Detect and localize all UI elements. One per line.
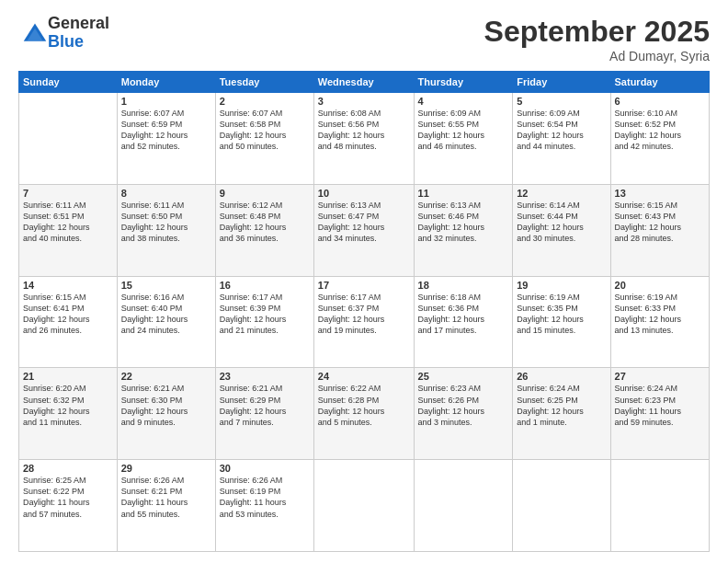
logo-general-text: General: [48, 15, 109, 33]
col-saturday: Saturday: [610, 72, 709, 93]
calendar-cell-4-5: [513, 460, 610, 552]
day-number: 15: [121, 280, 211, 291]
day-number: 13: [615, 188, 705, 199]
day-number: 5: [517, 96, 606, 107]
day-info: Sunrise: 6:19 AM Sunset: 6:33 PM Dayligh…: [615, 292, 705, 337]
calendar-week-5: 28Sunrise: 6:25 AM Sunset: 6:22 PM Dayli…: [19, 460, 710, 552]
header: General Blue September 2025 Ad Dumayr, S…: [18, 15, 710, 63]
day-number: 7: [23, 188, 113, 199]
day-number: 27: [615, 371, 705, 382]
day-number: 21: [23, 371, 113, 382]
calendar-week-3: 14Sunrise: 6:15 AM Sunset: 6:41 PM Dayli…: [19, 276, 710, 368]
day-info: Sunrise: 6:24 AM Sunset: 6:25 PM Dayligh…: [517, 383, 606, 428]
calendar-cell-3-1: 22Sunrise: 6:21 AM Sunset: 6:30 PM Dayli…: [117, 368, 215, 460]
calendar-cell-3-6: 27Sunrise: 6:24 AM Sunset: 6:23 PM Dayli…: [610, 368, 709, 460]
calendar-table: Sunday Monday Tuesday Wednesday Thursday…: [18, 71, 710, 552]
day-info: Sunrise: 6:21 AM Sunset: 6:29 PM Dayligh…: [220, 383, 310, 428]
day-number: 6: [615, 96, 705, 107]
day-info: Sunrise: 6:12 AM Sunset: 6:48 PM Dayligh…: [220, 200, 310, 245]
calendar-cell-0-1: 1Sunrise: 6:07 AM Sunset: 6:59 PM Daylig…: [117, 93, 215, 185]
day-info: Sunrise: 6:09 AM Sunset: 6:54 PM Dayligh…: [517, 108, 606, 153]
calendar-cell-4-6: [610, 460, 709, 552]
calendar-cell-4-3: [313, 460, 414, 552]
day-info: Sunrise: 6:07 AM Sunset: 6:58 PM Dayligh…: [220, 108, 310, 153]
calendar-cell-2-3: 17Sunrise: 6:17 AM Sunset: 6:37 PM Dayli…: [313, 276, 414, 368]
day-number: 22: [121, 371, 211, 382]
calendar-cell-4-4: [414, 460, 513, 552]
title-block: September 2025 Ad Dumayr, Syria: [484, 15, 710, 63]
day-info: Sunrise: 6:07 AM Sunset: 6:59 PM Dayligh…: [121, 108, 211, 153]
day-info: Sunrise: 6:23 AM Sunset: 6:26 PM Dayligh…: [418, 383, 509, 428]
day-number: 16: [220, 280, 310, 291]
day-info: Sunrise: 6:08 AM Sunset: 6:56 PM Dayligh…: [318, 108, 410, 153]
day-number: 25: [418, 371, 509, 382]
month-title: September 2025: [484, 15, 710, 49]
calendar-cell-2-6: 20Sunrise: 6:19 AM Sunset: 6:33 PM Dayli…: [610, 276, 709, 368]
day-number: 10: [318, 188, 410, 199]
calendar-cell-3-4: 25Sunrise: 6:23 AM Sunset: 6:26 PM Dayli…: [414, 368, 513, 460]
calendar-cell-0-4: 4Sunrise: 6:09 AM Sunset: 6:55 PM Daylig…: [414, 93, 513, 185]
day-info: Sunrise: 6:21 AM Sunset: 6:30 PM Dayligh…: [121, 383, 211, 428]
calendar-cell-0-3: 3Sunrise: 6:08 AM Sunset: 6:56 PM Daylig…: [313, 93, 414, 185]
day-number: 8: [121, 188, 211, 199]
day-info: Sunrise: 6:19 AM Sunset: 6:35 PM Dayligh…: [517, 292, 606, 337]
day-number: 11: [418, 188, 509, 199]
calendar-cell-4-0: 28Sunrise: 6:25 AM Sunset: 6:22 PM Dayli…: [19, 460, 118, 552]
calendar-cell-2-4: 18Sunrise: 6:18 AM Sunset: 6:36 PM Dayli…: [414, 276, 513, 368]
day-info: Sunrise: 6:09 AM Sunset: 6:55 PM Dayligh…: [418, 108, 509, 153]
col-thursday: Thursday: [414, 72, 513, 93]
calendar-cell-3-3: 24Sunrise: 6:22 AM Sunset: 6:28 PM Dayli…: [313, 368, 414, 460]
day-number: 30: [220, 463, 310, 474]
day-number: 9: [220, 188, 310, 199]
day-number: 12: [517, 188, 606, 199]
day-info: Sunrise: 6:10 AM Sunset: 6:52 PM Dayligh…: [615, 108, 705, 153]
day-info: Sunrise: 6:22 AM Sunset: 6:28 PM Dayligh…: [318, 383, 410, 428]
day-number: 20: [615, 280, 705, 291]
day-info: Sunrise: 6:20 AM Sunset: 6:32 PM Dayligh…: [23, 383, 113, 428]
calendar-cell-1-2: 9Sunrise: 6:12 AM Sunset: 6:48 PM Daylig…: [215, 184, 313, 276]
day-number: 24: [318, 371, 410, 382]
col-monday: Monday: [117, 72, 215, 93]
day-number: 29: [121, 463, 211, 474]
day-number: 19: [517, 280, 606, 291]
day-number: 17: [318, 280, 410, 291]
col-sunday: Sunday: [19, 72, 118, 93]
day-number: 4: [418, 96, 509, 107]
logo-icon: [22, 20, 48, 46]
day-number: 1: [121, 96, 211, 107]
col-friday: Friday: [513, 72, 610, 93]
day-info: Sunrise: 6:14 AM Sunset: 6:44 PM Dayligh…: [517, 200, 606, 245]
calendar-cell-0-6: 6Sunrise: 6:10 AM Sunset: 6:52 PM Daylig…: [610, 93, 709, 185]
calendar-cell-1-1: 8Sunrise: 6:11 AM Sunset: 6:50 PM Daylig…: [117, 184, 215, 276]
calendar-cell-4-1: 29Sunrise: 6:26 AM Sunset: 6:21 PM Dayli…: [117, 460, 215, 552]
day-number: 26: [517, 371, 606, 382]
day-number: 23: [220, 371, 310, 382]
calendar-week-1: 1Sunrise: 6:07 AM Sunset: 6:59 PM Daylig…: [19, 93, 710, 185]
calendar-cell-2-0: 14Sunrise: 6:15 AM Sunset: 6:41 PM Dayli…: [19, 276, 118, 368]
calendar-cell-3-5: 26Sunrise: 6:24 AM Sunset: 6:25 PM Dayli…: [513, 368, 610, 460]
day-number: 28: [23, 463, 113, 474]
calendar-week-2: 7Sunrise: 6:11 AM Sunset: 6:51 PM Daylig…: [19, 184, 710, 276]
calendar-cell-0-0: [19, 93, 118, 185]
day-info: Sunrise: 6:11 AM Sunset: 6:51 PM Dayligh…: [23, 200, 113, 245]
calendar-cell-2-5: 19Sunrise: 6:19 AM Sunset: 6:35 PM Dayli…: [513, 276, 610, 368]
day-info: Sunrise: 6:13 AM Sunset: 6:47 PM Dayligh…: [318, 200, 410, 245]
day-info: Sunrise: 6:26 AM Sunset: 6:19 PM Dayligh…: [220, 475, 310, 520]
day-number: 18: [418, 280, 509, 291]
col-tuesday: Tuesday: [215, 72, 313, 93]
col-wednesday: Wednesday: [313, 72, 414, 93]
calendar-week-4: 21Sunrise: 6:20 AM Sunset: 6:32 PM Dayli…: [19, 368, 710, 460]
day-info: Sunrise: 6:18 AM Sunset: 6:36 PM Dayligh…: [418, 292, 509, 337]
day-info: Sunrise: 6:11 AM Sunset: 6:50 PM Dayligh…: [121, 200, 211, 245]
calendar-cell-0-5: 5Sunrise: 6:09 AM Sunset: 6:54 PM Daylig…: [513, 93, 610, 185]
calendar-cell-2-1: 15Sunrise: 6:16 AM Sunset: 6:40 PM Dayli…: [117, 276, 215, 368]
calendar-cell-4-2: 30Sunrise: 6:26 AM Sunset: 6:19 PM Dayli…: [215, 460, 313, 552]
page: General Blue September 2025 Ad Dumayr, S…: [0, 0, 728, 563]
day-info: Sunrise: 6:26 AM Sunset: 6:21 PM Dayligh…: [121, 475, 211, 520]
calendar-cell-1-4: 11Sunrise: 6:13 AM Sunset: 6:46 PM Dayli…: [414, 184, 513, 276]
logo-blue-text: Blue: [48, 33, 109, 52]
day-info: Sunrise: 6:17 AM Sunset: 6:39 PM Dayligh…: [220, 292, 310, 337]
day-info: Sunrise: 6:17 AM Sunset: 6:37 PM Dayligh…: [318, 292, 410, 337]
calendar-cell-2-2: 16Sunrise: 6:17 AM Sunset: 6:39 PM Dayli…: [215, 276, 313, 368]
day-number: 3: [318, 96, 410, 107]
